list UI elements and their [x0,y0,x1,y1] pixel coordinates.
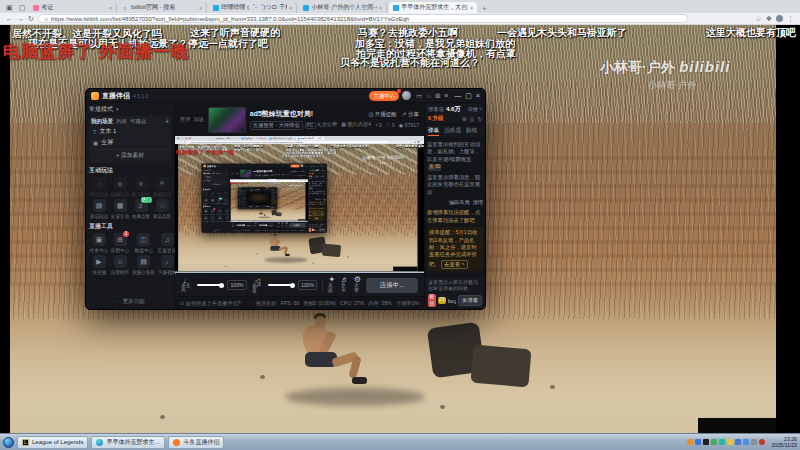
settings-button[interactable]: ⚙ 设置 [354,276,362,294]
live-tool[interactable]: ♫ 正版音乐 [157,233,177,253]
mini-toggle-1[interactable]: 竖屏 [180,116,190,123]
view-task-button[interactable]: 去查看 > [441,260,467,269]
taskbar-app-companion[interactable]: 斗鱼直播伴侣 [168,436,224,449]
url-field[interactable]: ⊙ https://www.bilibili.com/list/48952703… [38,14,688,23]
new-tab-button[interactable]: + [479,3,489,13]
tray-icon[interactable] [735,439,741,445]
mini-toggle-2[interactable]: 加速 [193,116,203,123]
tab-search-icon[interactable]: ▢ [17,2,28,13]
tray-icon[interactable] [687,439,693,445]
scene-item[interactable]: ▣ 全屏 [91,137,169,148]
sound-button[interactable]: ♬ 原声 [341,276,349,294]
start-button[interactable] [3,437,14,448]
scene-item[interactable]: T 文本 1 [91,126,169,137]
live-tool[interactable]: ◫ 数据中心 [131,233,156,253]
chat-tab[interactable]: 活跃度 [444,127,461,136]
close-icon[interactable]: × [476,92,480,100]
layout-grid-icon[interactable]: ⊞ [435,92,440,100]
browser-avatar[interactable] [776,15,783,22]
live-tool[interactable]: ↓ 下播视频 [157,255,177,275]
back-icon[interactable]: ← [6,15,13,22]
interact-tool[interactable]: ▤ 弹幕玩法 [89,199,109,219]
browser-tab-2[interactable]: ⌕ bilibili官网 - 搜索 × [119,2,207,13]
tab-close-icon[interactable]: × [470,5,474,11]
scenes-tab-visual[interactable]: 可视化 [130,118,147,125]
score-detail-link[interactable]: 详情 > [468,106,482,112]
forward-icon[interactable]: → [17,15,24,22]
maximize-icon[interactable]: ▢ [465,92,472,100]
interact-tool[interactable]: ♬ 热门 包裹点歌 [131,199,151,219]
extensions-icon[interactable]: ❖ [766,15,772,23]
taskbar-app-browser[interactable]: 早早体外荒野求生… [91,436,165,449]
layout-icon[interactable]: ⊞ [462,116,467,122]
browser-menu-icon[interactable]: ⋮ [787,15,794,23]
mic-volume-slider[interactable] [197,284,222,286]
live-tool[interactable]: ⊞ 1 应用中心 [110,233,130,253]
app-titlebar[interactable]: 直播伴侣 4.5.1.2 主播中心 ▭ ∩ ⊞ ≡ — ▢ × [86,89,485,103]
tab-close-icon[interactable]: × [289,5,293,11]
clear-button[interactable]: 清理 [473,199,483,206]
stream-preview[interactable]: ▣ ▢ 考证 × ⌕ bilibili官网 - 搜索 × 哔哩哔哩 (゜-゜)つ… [175,136,424,273]
scenes-tab-list[interactable]: 列表 [116,118,127,125]
speaker-volume-slider[interactable] [268,284,293,286]
site-info-icon[interactable]: ⊙ [44,16,48,22]
live-tool[interactable]: ▣ 任务中心 [89,233,109,253]
taskbar-app-lol[interactable]: L League of Legends [17,436,88,449]
add-material-button[interactable]: + 添加素材 [91,149,169,161]
tray-icon[interactable] [743,439,749,445]
interact-tool[interactable]: ♪ 语音玩法 [89,177,109,197]
tray-icon[interactable] [751,439,757,445]
browser-tab-3[interactable]: 哔哩哔哩 (゜-゜)つロ 干杯~-bili × [209,2,297,13]
reload-icon[interactable]: ↻ [28,15,34,22]
speaker-icon[interactable]: ◁ 扬声器 [252,277,263,294]
live-reminder-button[interactable]: ◷ 开播提醒 [369,111,397,118]
help-link[interactable]: ⊙ 如何快速上手直播伴侣? [180,300,241,307]
beauty-button[interactable]: ✦ 美颜 [328,276,336,294]
minimize-icon[interactable]: — [454,92,461,100]
tray-icon[interactable] [759,439,765,445]
taskbar-clock[interactable]: 23:26 2025/11/23 [771,436,797,448]
browser-tab-5-active[interactable]: 早早体外荒野求生，大自然 × [389,2,477,13]
interact-tool[interactable]: ▦ 全屏互动 [110,199,130,219]
interact-tool[interactable]: ♡ 弹幕点赞 [152,199,172,219]
connect-status-button[interactable]: 连接中... [366,278,418,293]
interact-tool[interactable]: ⚑ 高能玩法 [152,177,172,197]
menu-icon[interactable]: ≡ [444,92,448,100]
edit-layout-button[interactable]: 编辑布局 [449,199,470,206]
tray-icon[interactable] [703,439,709,445]
chat-tab[interactable]: 弹幕 [428,127,439,136]
level-upgrade[interactable]: 6 升级 [428,115,444,122]
anchor-center-button[interactable]: 主播中心 [369,91,399,101]
tab-close-icon[interactable]: × [379,5,383,11]
refresh-icon[interactable]: ↻ [477,116,482,122]
scene-thumbnail[interactable] [208,107,246,133]
interact-tool[interactable]: ☻ 真人助演 [131,177,151,197]
send-danmaku-button[interactable]: 发弹幕 [458,295,482,306]
tab-close-icon[interactable]: × [109,5,113,11]
microphone-icon[interactable]: ♩ 麦克风 [181,277,192,294]
tray-icon[interactable] [719,439,725,445]
tray-icon[interactable] [695,439,701,445]
app-statusbar: ⊙ 如何快速上手直播伴侣? 画质良好FPS: 60丢帧0 (0.00%)CPU:… [175,296,424,309]
user-avatar[interactable] [402,91,411,100]
add-scene-icon[interactable]: + [165,118,169,125]
chat-tab[interactable]: 贴纸 [466,127,477,136]
browser-tab-1[interactable]: 考证 × [29,2,117,13]
live-tool[interactable]: ▤ 直播公告板 [131,255,156,275]
headset-icon[interactable]: ∩ [426,92,431,100]
monitor-icon[interactable]: ▭ [416,92,422,100]
viewer-icon[interactable]: ◎ [470,116,475,122]
live-tool[interactable]: ▶ 快直播 [89,255,109,275]
tray-icon[interactable] [711,439,717,445]
browser-profile-icon[interactable]: ▣ [4,2,15,13]
share-button[interactable]: ↗ 分享 [402,111,419,118]
live-tool[interactable]: ⌂ 房管助手 [110,255,130,275]
tab-close-icon[interactable]: × [199,5,203,11]
more-functions-button[interactable]: ··· 更多功能 [89,296,171,307]
mode-selector[interactable]: 常规模式 [89,105,113,114]
interact-tool[interactable]: ◉ 福袋玩法 [110,177,130,197]
room-subtitle[interactable]: 直播预警 - 大神降临 [250,121,303,130]
browser-tab-4[interactable]: 小林哥·户外的个人空间-小林哥·户外 × [299,2,387,13]
bookmark-star-icon[interactable]: ☆ [755,15,761,23]
tray-icon[interactable] [727,439,733,445]
